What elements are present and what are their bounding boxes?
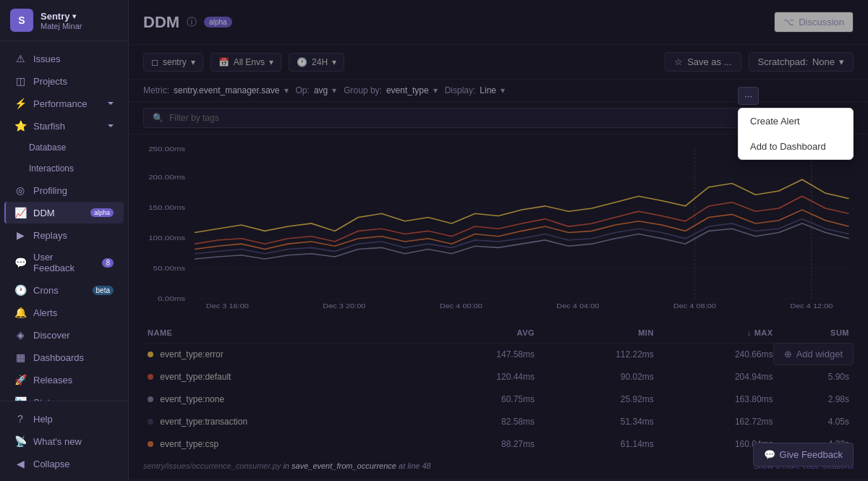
sidebar-item-starfish[interactable]: ⭐ Starfish bbox=[4, 115, 124, 137]
main-content: DDM ⓘ alpha ⌥ Discussion ◻ sentry ▾ 📅 Al… bbox=[129, 0, 868, 481]
sidebar-item-database[interactable]: Database bbox=[19, 137, 124, 158]
sidebar: S Sentry ▾ Matej Minar ⚠ Issues ◫ Projec… bbox=[0, 0, 129, 481]
projects-icon: ◫ bbox=[14, 75, 26, 87]
overlay bbox=[129, 0, 868, 481]
sidebar-item-interactions[interactable]: Interactions bbox=[19, 158, 124, 179]
sidebar-item-issues[interactable]: ⚠ Issues bbox=[4, 48, 124, 69]
releases-icon: 🚀 bbox=[14, 374, 26, 386]
profiling-icon: ◎ bbox=[14, 184, 26, 196]
sidebar-item-projects[interactable]: ◫ Projects bbox=[4, 70, 124, 92]
org-user: Matej Minar bbox=[41, 22, 82, 30]
replays-icon: ▶ bbox=[14, 229, 26, 241]
discover-icon: ◈ bbox=[14, 329, 26, 341]
starfish-subnav: Database Interactions bbox=[0, 137, 128, 179]
give-feedback-button[interactable]: 💬 Give Feedback bbox=[753, 443, 854, 467]
sidebar-item-crons[interactable]: 🕐 Crons beta bbox=[4, 279, 124, 301]
sidebar-item-profiling[interactable]: ◎ Profiling bbox=[4, 179, 124, 201]
ddm-icon: 📈 bbox=[14, 207, 26, 218]
performance-icon: ⚡ bbox=[14, 98, 26, 109]
ddm-badge: alpha bbox=[90, 208, 114, 217]
sidebar-item-performance[interactable]: ⚡ Performance bbox=[4, 93, 124, 114]
sidebar-item-help[interactable]: ? Help bbox=[4, 408, 124, 430]
crons-icon: 🕐 bbox=[14, 284, 26, 296]
alerts-icon: 🔔 bbox=[14, 307, 26, 318]
sidebar-item-dashboards[interactable]: ▦ Dashboards bbox=[4, 346, 124, 368]
sidebar-item-stats[interactable]: 📉 Stats bbox=[4, 391, 124, 401]
collapse-icon: ◀ bbox=[14, 458, 26, 469]
sidebar-item-user-feedback[interactable]: 💬 User Feedback 8 bbox=[4, 247, 124, 278]
context-menu-wrapper: ··· Create Alert Add to Dashboard bbox=[738, 87, 854, 160]
dashboards-icon: ▦ bbox=[14, 352, 26, 363]
issues-icon: ⚠ bbox=[14, 53, 26, 64]
crons-badge: beta bbox=[93, 286, 114, 295]
whats-new-icon: 📡 bbox=[14, 435, 26, 447]
user-feedback-badge: 8 bbox=[102, 258, 114, 268]
sidebar-header: S Sentry ▾ Matej Minar bbox=[0, 0, 128, 41]
sidebar-item-replays[interactable]: ▶ Replays bbox=[4, 224, 124, 246]
context-menu: Create Alert Add to Dashboard bbox=[738, 108, 854, 160]
org-name[interactable]: Sentry ▾ bbox=[41, 11, 82, 22]
starfish-icon: ⭐ bbox=[14, 120, 26, 132]
sidebar-collapse-button[interactable]: ◀ Collapse bbox=[4, 453, 124, 474]
sidebar-nav: ⚠ Issues ◫ Projects ⚡ Performance ⭐ Star… bbox=[0, 41, 128, 401]
sidebar-item-ddm[interactable]: 📈 DDM alpha bbox=[4, 202, 124, 224]
sidebar-item-whats-new[interactable]: 📡 What's new bbox=[4, 430, 124, 452]
create-alert-menu-item[interactable]: Create Alert bbox=[739, 108, 853, 134]
feedback-icon: 💬 bbox=[764, 449, 775, 460]
sidebar-item-alerts[interactable]: 🔔 Alerts bbox=[4, 302, 124, 323]
sidebar-bottom: ? Help 📡 What's new ◀ Collapse bbox=[0, 401, 128, 481]
help-icon: ? bbox=[14, 413, 26, 425]
sidebar-item-discover[interactable]: ◈ Discover bbox=[4, 324, 124, 346]
more-options-icon: ··· bbox=[744, 90, 752, 101]
chevron-down-icon[interactable]: ▾ bbox=[72, 12, 76, 20]
add-to-dashboard-menu-item[interactable]: Add to Dashboard bbox=[739, 134, 853, 159]
sidebar-item-releases[interactable]: 🚀 Releases bbox=[4, 369, 124, 391]
feedback-icon: 💬 bbox=[14, 257, 26, 268]
sentry-logo: S bbox=[10, 9, 33, 32]
sidebar-org: Sentry ▾ Matej Minar bbox=[41, 11, 82, 30]
chart-options-button[interactable]: ··· bbox=[738, 87, 759, 105]
